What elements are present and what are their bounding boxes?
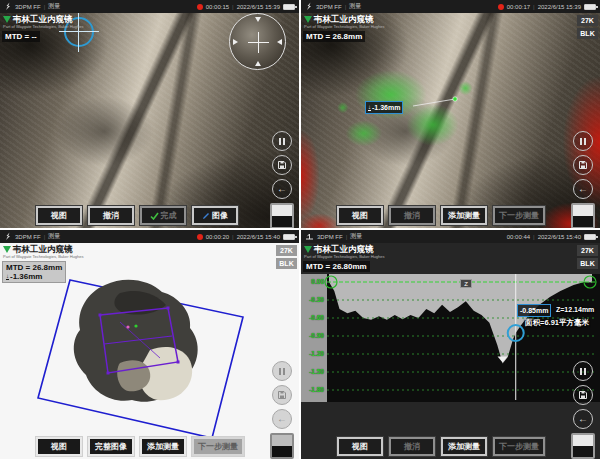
image-button[interactable]: 图像 [192,206,238,225]
brand-subtitle: Part of Waygate Technologies, Baker Hugh… [304,25,385,29]
display-toggle[interactable] [270,433,294,459]
record-time: 00:00:20 [206,234,229,240]
y-tick: 0.00 [301,278,324,285]
pause-icon [279,368,285,375]
datetime-label: 2022/6/15 15:40 [538,234,581,240]
pause-button[interactable] [272,361,292,381]
pause-icon [580,368,586,375]
quadrant-depth-profile-view: 3DPM FF | 测量 00:00:44 | 2022/6/15 15:40 [301,230,600,459]
measurement-point[interactable] [453,97,457,101]
next-measurement-button[interactable]: 下一步测量 [493,437,545,456]
mtd-readout: MTD = 26.8mm [303,31,365,42]
view-button[interactable]: 视图 [36,206,82,225]
record-icon [498,4,504,10]
blank-mode-badge: BLK [577,258,598,269]
add-measurement-button[interactable]: 添加测量 [441,206,487,225]
view-button[interactable]: 视图 [36,437,82,456]
brand-logo: 韦林工业内窥镜 Part of Waygate Technologies, Ba… [304,15,385,29]
undo-button[interactable]: 撤消 [389,437,435,456]
brand-subtitle: Part of Waygate Technologies, Baker Hugh… [3,25,84,29]
brand-title: 韦林工业内窥镜 [314,245,374,254]
status-bar: 3DPM FF | 测量 00:00:17 | 2022/6/15 15:39 [301,0,600,13]
menu-label[interactable]: 测量 [349,2,361,11]
pause-button[interactable] [272,131,292,151]
y-tick: -0.60 [301,314,324,321]
magnifier-window [229,13,286,70]
datetime-label: 2022/6/15 15:39 [538,4,581,10]
quadrant-live-view: 3DPM FF | 测量 00:00:15 | 2022/6/15 15:39 … [0,0,299,228]
mode-label: 3DPM FF [15,234,41,240]
gesture-icon [305,2,313,11]
mode-label: 3DPM FF [316,4,342,10]
save-button[interactable] [272,385,292,405]
screen: 3DPM FF | 测量 00:00:15 | 2022/6/15 15:39 … [0,0,600,459]
y-tick: -0.30 [301,296,324,303]
brand-title: 韦林工业内窥镜 [314,15,374,24]
back-button[interactable] [573,179,593,199]
live-image[interactable] [301,13,600,228]
back-button[interactable] [272,179,292,199]
brand-logo: 韦林工业内窥镜 Part of Waygate Technologies, Ba… [304,245,385,259]
back-button[interactable] [573,409,593,429]
undo-button[interactable]: 撤消 [389,206,435,225]
done-button[interactable]: 完成 [140,206,186,225]
save-icon [277,390,287,400]
cursor-depth-label: -0.85mm [517,304,551,317]
next-measurement-button[interactable]: 下一步测量 [192,437,244,456]
display-toggle[interactable] [571,203,595,228]
display-toggle[interactable] [270,203,294,228]
menu-label[interactable]: 测量 [48,2,60,11]
save-button[interactable] [573,385,593,405]
area-label: 面积=6.91平方毫米 [525,318,589,328]
pause-icon [580,138,586,145]
record-time: 00:00:15 [206,4,229,10]
save-icon [578,160,588,170]
brand-subtitle: Part of Waygate Technologies, Baker Hugh… [304,255,385,259]
menu-label[interactable]: 测量 [48,232,60,241]
undo-button[interactable]: 撤消 [88,206,134,225]
save-icon [277,160,287,170]
save-button[interactable] [573,155,593,175]
depth-icon [6,274,9,280]
magnifier-triangle-icon [255,61,261,66]
save-button[interactable] [272,155,292,175]
datetime-label: 2022/6/15 15:40 [237,234,280,240]
add-measurement-button[interactable]: 添加测量 [140,437,186,456]
plane-icon [305,232,314,241]
mtd-readout: MTD = 26.80mm [303,261,370,272]
next-measurement-button[interactable]: 下一步测量 [493,206,545,225]
battery-icon [283,4,295,10]
magnifier-triangle-icon [233,39,238,45]
add-measurement-button[interactable]: 添加测量 [441,437,487,456]
full-image-button[interactable]: 完整图像 [88,437,134,456]
z-distance-label: Z=12.14mm [556,306,594,313]
pause-button[interactable] [573,131,593,151]
gesture-icon [4,2,12,11]
view-button[interactable]: 视图 [337,437,383,456]
battery-icon [584,234,596,240]
status-bar: 3DPM FF | 测量 00:00:44 | 2022/6/15 15:40 [301,230,600,243]
resolution-badge: 27K [276,245,297,256]
battery-icon [283,234,295,240]
display-toggle[interactable] [571,433,595,459]
mtd-readout: MTD = 26.8mm -1.36mm [2,261,66,283]
y-tick: -1.20 [301,350,324,357]
pen-icon [202,212,210,220]
record-time: 00:00:44 [507,234,530,240]
brand-title: 韦林工业内窥镜 [13,245,73,254]
menu-label[interactable]: 测量 [350,232,362,241]
gesture-icon [4,232,12,241]
datetime-label: 2022/6/15 15:39 [237,4,280,10]
depth-measurement-label[interactable]: -1.36mm [365,101,403,114]
view-button[interactable]: 视图 [337,206,383,225]
pause-button[interactable] [573,361,593,381]
back-button[interactable] [272,409,292,429]
quadrant-point-cloud-view: 3DPM FF | 测量 00:00:20 | 2022/6/15 15:40 [0,230,299,459]
status-bar: 3DPM FF | 测量 00:00:15 | 2022/6/15 15:39 [0,0,299,13]
measurement-overlay [301,13,600,228]
blank-mode-badge: BLK [276,258,297,269]
record-icon [197,4,203,10]
magnifier-triangle-icon [277,39,282,45]
logo-triangle-icon [304,16,312,23]
brand-subtitle: Part of Waygate Technologies, Baker Hugh… [3,255,84,259]
